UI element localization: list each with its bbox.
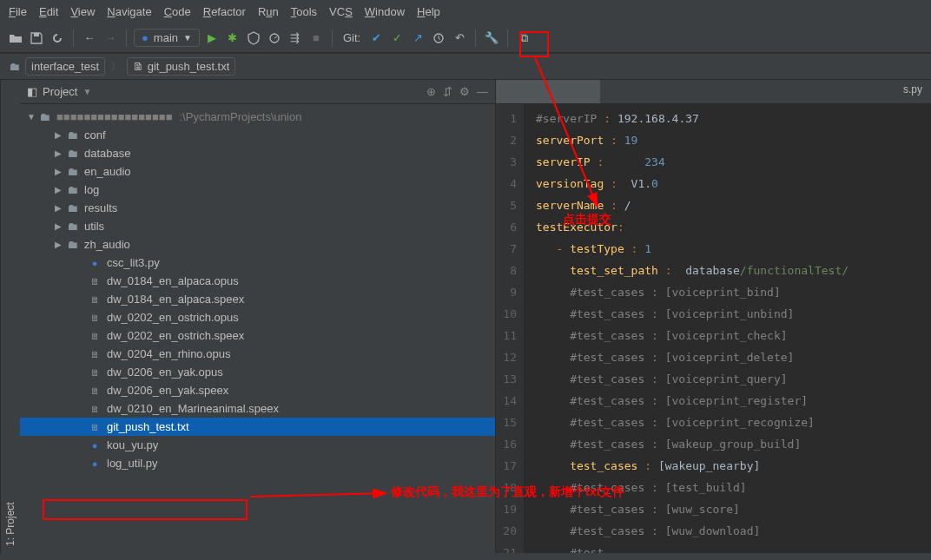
save-icon[interactable] (28, 30, 45, 47)
python-icon: ● (88, 258, 102, 268)
tree-folder[interactable]: ▶🖿results (20, 199, 495, 217)
tree-folder[interactable]: ▶🖿utils (20, 217, 495, 235)
menu-help[interactable]: Help (417, 5, 440, 18)
tree-file[interactable]: ●log_util.py (20, 454, 495, 472)
profile-icon[interactable] (266, 30, 283, 47)
svg-rect-0 (34, 33, 39, 36)
menu-refactor[interactable]: Refactor (203, 5, 246, 18)
folder-icon: 🖿 (65, 220, 79, 233)
folder-icon: 🖿 (37, 110, 51, 123)
gear-icon[interactable]: ⚙ (459, 85, 470, 98)
tree-file[interactable]: 🗎dw_0184_en_alpaca.opus (20, 272, 495, 290)
tree-file[interactable]: 🗎dw_0184_en_alpaca.speex (20, 290, 495, 308)
back-icon[interactable]: ← (81, 30, 98, 47)
breadcrumb: 🖿 interface_test 〉 🗎 git_push_test.txt (0, 53, 931, 80)
menu-code[interactable]: Code (164, 5, 191, 18)
file-icon: 🗎 (88, 349, 102, 359)
minimize-icon[interactable]: — (477, 85, 488, 98)
folder-icon: 🖿 (65, 183, 79, 196)
file-icon: 🗎 (88, 422, 102, 432)
folder-icon: 🖿 (65, 238, 79, 251)
folder-icon: 🖿 (65, 147, 79, 160)
rollback-icon[interactable]: ↶ (451, 30, 468, 47)
folder-icon: 🖿 (9, 60, 20, 73)
debug-icon[interactable]: ✱ (224, 30, 241, 47)
folder-icon: 🖿 (65, 165, 79, 178)
menu-file[interactable]: File (9, 5, 27, 18)
editor-tab[interactable] (600, 80, 704, 103)
chevron-down-icon[interactable]: ▼ (83, 87, 91, 96)
folder-icon: 🖿 (65, 201, 79, 214)
file-icon: 🗎 (88, 276, 102, 287)
editor: s.py 123456789101112131415161718192021 #… (496, 80, 931, 553)
text-file-icon: 🗎 (133, 60, 144, 73)
coverage-icon[interactable] (245, 30, 262, 47)
tree-folder[interactable]: ▶🖿en_audio (20, 162, 495, 181)
chevron-down-icon: ▼ (183, 33, 192, 43)
menu-view[interactable]: View (70, 5, 95, 18)
editor-tab[interactable]: s.py (895, 80, 931, 103)
file-icon: 🗎 (88, 404, 102, 414)
expand-icon[interactable]: ⇵ (443, 85, 452, 98)
forward-icon[interactable]: → (102, 30, 119, 47)
history-icon[interactable] (430, 30, 447, 47)
python-icon: ● (88, 458, 102, 469)
breadcrumb-project[interactable]: interface_test (25, 57, 105, 76)
stop-icon[interactable]: ■ (307, 30, 325, 47)
tree-folder[interactable]: ▶🖿log (20, 181, 495, 199)
annotation-box-newfile (43, 499, 248, 520)
file-icon: 🗎 (88, 385, 102, 396)
tree-file[interactable]: 🗎dw_0206_en_yak.speex (20, 381, 495, 399)
open-icon[interactable] (7, 30, 24, 47)
annotation-box-commit (519, 31, 549, 57)
update-project-icon[interactable]: ✔ (367, 30, 385, 47)
folder-icon: 🖿 (65, 128, 79, 142)
project-window-icon: ◧ (27, 85, 37, 98)
run-icon[interactable]: ▶ (203, 30, 221, 47)
tree-folder[interactable]: ▶🖿conf (20, 126, 495, 144)
annotation-text-modify: 修改代码，我这里为了直观，新增个txt文件 (391, 484, 624, 500)
git-label: Git: (343, 31, 360, 44)
menu-vcs[interactable]: VCS (329, 5, 353, 18)
annotation-text-commit: 点击提交 (563, 212, 611, 227)
tree-file[interactable]: 🗎dw_0210_en_Marineanimal.speex (20, 399, 495, 418)
tree-file[interactable]: 🗎dw_0202_en_ostrich.speex (20, 326, 495, 345)
menu-navigate[interactable]: Navigate (107, 5, 151, 18)
tree-file[interactable]: 🗎dw_0202_en_ostrich.opus (20, 308, 495, 326)
breadcrumb-file[interactable]: 🗎 git_push_test.txt (127, 57, 235, 76)
refresh-icon[interactable] (49, 30, 66, 47)
python-icon: ● (88, 440, 102, 451)
commit-icon[interactable]: ✓ (388, 30, 406, 47)
editor-tabs[interactable]: s.py (496, 80, 931, 104)
python-icon: ● (142, 31, 149, 44)
tree-file[interactable]: 🗎dw_0204_en_rhino.opus (20, 345, 495, 363)
panel-title: Project (43, 85, 77, 98)
file-icon: 🗎 (88, 294, 102, 305)
run-config-label: main (154, 31, 178, 44)
tree-file[interactable]: ●kou_yu.py (20, 436, 495, 454)
locate-icon[interactable]: ⊕ (426, 85, 436, 98)
project-panel: ◧ Project ▼ ⊕ ⇵ ⚙ — ▼ 🖿 ■■■■■■■■■■■■■■■■… (20, 80, 496, 553)
sidebar-tab-project[interactable]: 1: Project (0, 80, 20, 553)
menu-run[interactable]: Run (258, 5, 279, 18)
menu-window[interactable]: Window (365, 5, 405, 18)
file-icon: 🗎 (88, 331, 102, 341)
settings-icon[interactable]: 🔧 (483, 30, 500, 47)
tree-file[interactable]: 🗎git_push_test.txt (20, 418, 495, 436)
push-icon[interactable]: ↗ (409, 30, 426, 47)
run-config-selector[interactable]: ● main ▼ (134, 29, 200, 47)
tree-root[interactable]: ▼ 🖿 ■■■■■■■■■■■■■■■■■ :\PycharmProjects\… (20, 108, 495, 126)
editor-tab[interactable] (496, 80, 600, 103)
menu-bar: File Edit View Navigate Code Refactor Ru… (0, 0, 931, 23)
file-icon: 🗎 (88, 367, 102, 378)
toolbar: ← → ● main ▼ ▶ ✱ ⇶ ■ Git: ✔ ✓ ↗ ↶ 🔧 ⧉ (0, 23, 931, 53)
file-icon: 🗎 (88, 313, 102, 323)
concurrent-icon[interactable]: ⇶ (287, 30, 304, 47)
tree-folder[interactable]: ▶🖿zh_audio (20, 235, 495, 254)
menu-tools[interactable]: Tools (291, 5, 317, 18)
tree-folder[interactable]: ▶🖿database (20, 144, 495, 162)
menu-edit[interactable]: Edit (39, 5, 58, 18)
tree-file[interactable]: 🗎dw_0206_en_yak.opus (20, 363, 495, 381)
chevron-right-icon: 〉 (110, 59, 122, 75)
tree-file[interactable]: ●csc_lit3.py (20, 254, 495, 272)
